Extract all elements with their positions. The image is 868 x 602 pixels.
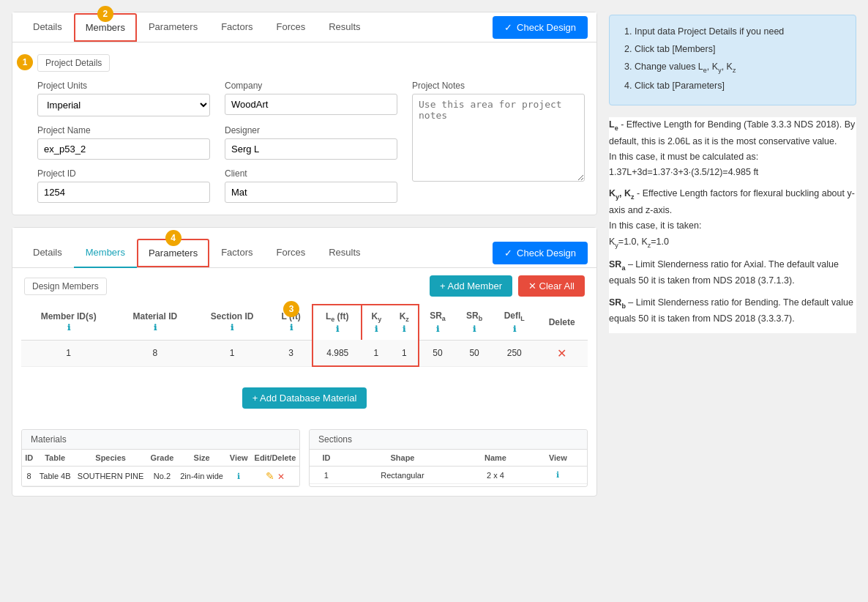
- mat-view-icon[interactable]: ℹ: [237, 472, 240, 480]
- client-label: Client: [225, 168, 397, 179]
- step3-bubble: 3: [283, 301, 299, 317]
- ky-calc: In this case, it is taken:Ky=1.0, Kz=1.0: [609, 220, 701, 246]
- sec-col-id: ID: [310, 450, 343, 467]
- check-design-button-top[interactable]: ✓ Check Design: [493, 16, 588, 39]
- mat-cell-id: 8: [22, 467, 36, 486]
- mat-cell-table: Table 4B: [36, 467, 74, 486]
- instruction-1: Input data Project Details if you need: [635, 24, 844, 39]
- cell-srb: 50: [456, 340, 493, 366]
- instruction-4: Click tab [Parameters]: [635, 78, 844, 93]
- add-member-button[interactable]: + Add Member: [430, 275, 512, 297]
- materials-label: Materials: [22, 430, 299, 450]
- sec-view-icon[interactable]: ℹ: [556, 470, 559, 479]
- tab-details-top[interactable]: Details: [21, 12, 74, 42]
- project-notes-label: Project Notes: [412, 81, 585, 91]
- info-icon-sra[interactable]: ℹ: [436, 324, 439, 334]
- info-icon-srb[interactable]: ℹ: [473, 324, 476, 334]
- materials-row: 8 Table 4B SOUTHERN PINE No.2 2in-4in wi…: [22, 467, 299, 486]
- col-header-ky: Ky ℹ: [362, 305, 390, 340]
- tab-results-top[interactable]: Results: [317, 12, 372, 42]
- srb-desc: – Limit Slenderness ratio for Bending. T…: [609, 297, 853, 324]
- tab-factors-bottom[interactable]: Factors: [209, 238, 264, 268]
- info-icon-kz[interactable]: ℹ: [403, 324, 405, 334]
- info-icon-le[interactable]: ℹ: [336, 324, 339, 334]
- tab-forces-top[interactable]: Forces: [264, 12, 317, 42]
- project-name-input[interactable]: [37, 138, 210, 160]
- info-icon-defl[interactable]: ℹ: [513, 324, 516, 334]
- cell-le: 4.985: [313, 340, 362, 366]
- cell-sra: 50: [419, 340, 456, 366]
- cell-l: 3: [270, 340, 313, 366]
- sec-cell-view[interactable]: ℹ: [529, 467, 587, 484]
- project-units-group: Project Units Imperial: [37, 81, 210, 116]
- add-database-material-button[interactable]: + Add Database Material: [242, 387, 367, 409]
- sections-row: 1 Rectangular 2 x 4 ℹ: [310, 467, 587, 484]
- mat-cell-edit-delete: ✎ ✕: [251, 467, 299, 486]
- company-input[interactable]: [225, 94, 397, 115]
- info-icon-ky[interactable]: ℹ: [375, 324, 378, 334]
- cell-section-id: 1: [194, 340, 270, 366]
- mat-cell-species: SOUTHERN PINE: [74, 467, 147, 486]
- col-header-delete: Delete: [536, 305, 588, 340]
- mat-delete-button[interactable]: ✕: [277, 472, 285, 482]
- project-id-label: Project ID: [37, 168, 210, 179]
- cell-delete[interactable]: ✕: [536, 340, 588, 366]
- col-header-sra: SRa ℹ: [419, 305, 456, 340]
- col-header-kz: Kz ℹ: [391, 305, 419, 340]
- step4-bubble: 4: [165, 230, 182, 246]
- tab-factors-top[interactable]: Factors: [209, 12, 264, 42]
- project-id-input[interactable]: [37, 182, 210, 203]
- ky-desc: - Effective Length factors for flexural …: [609, 188, 855, 215]
- le-desc: - Effective Length for Bending (Table 3.…: [609, 119, 855, 146]
- cell-member-ids: 1: [21, 340, 116, 366]
- sec-col-view: View: [529, 450, 587, 467]
- cell-kz: 1: [391, 340, 419, 366]
- project-notes-textarea[interactable]: [412, 94, 585, 182]
- descriptions-box: Le - Effective Length for Bending (Table…: [609, 117, 856, 333]
- col-header-defl: DeflL ℹ: [493, 305, 536, 340]
- project-notes-group: Project Notes: [412, 81, 585, 203]
- clear-all-button[interactable]: ✕ Clear All: [518, 275, 585, 297]
- tab-results-bottom[interactable]: Results: [317, 238, 372, 268]
- tab-parameters-top[interactable]: Parameters: [137, 12, 209, 42]
- delete-row-button[interactable]: ✕: [557, 346, 566, 360]
- project-name-label: Project Name: [37, 125, 210, 135]
- info-icon-l[interactable]: ℹ: [290, 323, 293, 332]
- sections-label: Sections: [310, 430, 587, 450]
- sec-cell-shape: Rectangular: [343, 467, 462, 484]
- designer-input[interactable]: [225, 138, 397, 160]
- tab-forces-bottom[interactable]: Forces: [264, 238, 317, 268]
- sra-title: SRa: [609, 259, 625, 270]
- mat-edit-button[interactable]: ✎: [266, 470, 274, 482]
- client-input[interactable]: [225, 182, 397, 203]
- sections-section: Sections ID Shape Name View: [309, 429, 588, 487]
- client-group: Client: [225, 168, 397, 203]
- col-header-material-id: Material ID ℹ: [116, 305, 194, 340]
- check-design-button-bottom[interactable]: ✓ Check Design: [493, 242, 588, 264]
- sec-col-shape: Shape: [343, 450, 462, 467]
- company-label: Company: [225, 81, 397, 91]
- info-icon-section-id[interactable]: ℹ: [231, 323, 233, 332]
- info-icon-material-id[interactable]: ℹ: [154, 323, 157, 332]
- designer-label: Designer: [225, 125, 397, 135]
- mat-cell-view[interactable]: ℹ: [227, 467, 251, 486]
- instruction-2: Click tab [Members]: [635, 42, 844, 56]
- members-table: Member ID(s) ℹ Material ID ℹ: [21, 304, 588, 367]
- mat-col-size: Size: [177, 450, 227, 467]
- cell-ky: 1: [362, 340, 390, 366]
- instruction-3: Change values Le, Ky, Kz: [635, 59, 844, 75]
- instructions-box: Input data Project Details if you need C…: [609, 15, 856, 105]
- cell-material-id: 8: [116, 340, 194, 366]
- project-units-select[interactable]: Imperial: [37, 94, 210, 116]
- tab-details-bottom[interactable]: Details: [21, 238, 74, 268]
- col-header-le: Le (ft) ℹ: [313, 305, 362, 340]
- sec-cell-id: 1: [310, 467, 343, 484]
- designer-group: Designer: [225, 125, 397, 160]
- col-header-srb: SRb ℹ: [456, 305, 493, 340]
- materials-section: Materials ID Table Species Grade Size Vi…: [21, 429, 300, 487]
- project-name-group: Project Name: [37, 125, 210, 160]
- info-icon-member-ids[interactable]: ℹ: [67, 323, 70, 332]
- tab-members-bottom[interactable]: Members: [74, 238, 137, 268]
- mat-col-grade: Grade: [147, 450, 176, 467]
- le-calc: In this case, it must be calculated as: …: [609, 152, 758, 177]
